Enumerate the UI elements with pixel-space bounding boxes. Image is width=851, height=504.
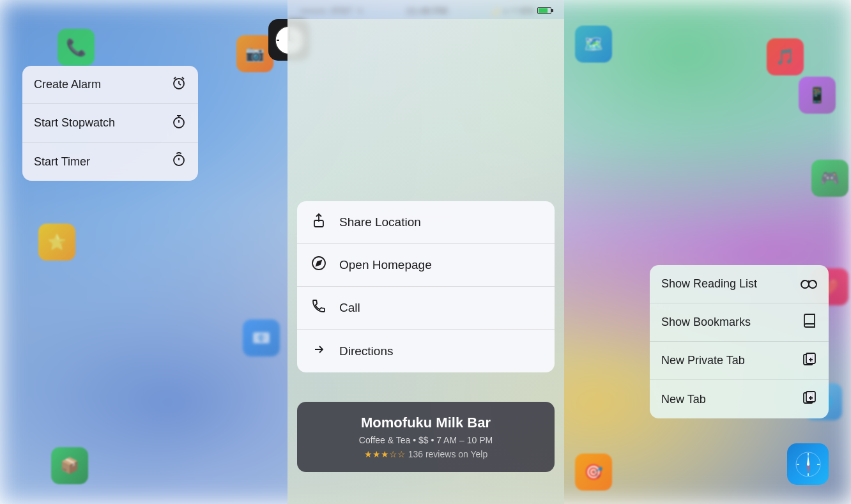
start-timer-item[interactable]: Start Timer (22, 142, 198, 181)
safari-app-icon[interactable] (787, 443, 829, 485)
create-alarm-label: Create Alarm (34, 78, 101, 91)
svg-line-11 (174, 77, 176, 79)
open-homepage-item[interactable]: Open Homepage (297, 244, 555, 287)
show-bookmarks-item[interactable]: Show Bookmarks (650, 303, 829, 342)
svg-marker-35 (807, 455, 809, 464)
stopwatch-icon (171, 114, 187, 133)
alarm-icon (171, 75, 187, 95)
timer-icon (171, 152, 187, 171)
call-label: Call (339, 301, 360, 315)
bg-app-8: 📦 (51, 447, 88, 484)
svg-marker-36 (807, 464, 809, 474)
start-stopwatch-item[interactable]: Start Stopwatch (22, 104, 198, 142)
phone-icon (310, 298, 328, 317)
open-homepage-label: Open Homepage (339, 258, 432, 272)
new-tab-icon (802, 390, 817, 409)
svg-marker-21 (316, 261, 321, 266)
review-count: 136 reviews on Yelp (408, 449, 488, 459)
battery-icon (537, 7, 551, 14)
glasses-icon (801, 276, 817, 293)
bg-app-13: 🎮 (811, 160, 848, 197)
business-details: Coffee & Tea • $$ • 7 AM – 10 PM (310, 435, 542, 445)
bg-app-10: 📧 (243, 319, 280, 356)
call-item[interactable]: Call (297, 287, 555, 330)
private-tab-icon (802, 351, 817, 370)
safari-icon-svg (795, 451, 822, 478)
show-reading-list-item[interactable]: Show Reading List (650, 265, 829, 303)
directions-item[interactable]: Directions (297, 330, 555, 372)
bg-app-6: ⭐ (38, 224, 75, 261)
stars: ★★★☆☆ (364, 449, 406, 459)
business-name: Momofuku Milk Bar (310, 415, 542, 431)
share-location-item[interactable]: Share Location (297, 201, 555, 244)
create-alarm-item[interactable]: Create Alarm (22, 66, 198, 104)
share-icon (310, 213, 328, 232)
new-tab-label: New Tab (661, 393, 706, 406)
directions-icon (310, 342, 328, 361)
show-reading-list-label: Show Reading List (661, 277, 757, 291)
svg-point-41 (807, 463, 809, 466)
clock-context-menu: Create Alarm Start Stopwatch (22, 66, 198, 181)
maps-context-menu: Share Location Open Homepage Call (297, 201, 555, 372)
start-stopwatch-label: Start Stopwatch (34, 116, 115, 130)
start-timer-label: Start Timer (34, 155, 90, 169)
svg-line-12 (182, 77, 184, 79)
new-private-tab-item[interactable]: New Private Tab (650, 342, 829, 380)
show-bookmarks-label: Show Bookmarks (661, 316, 751, 329)
clock-app-panel: Create Alarm Start Stopwatch (22, 19, 198, 181)
bg-app-4: 🎵 (767, 38, 804, 75)
book-icon (802, 313, 817, 332)
safari-context-menu: Show Reading List Show Bookmarks (650, 265, 829, 418)
directions-label: Directions (339, 344, 393, 358)
new-tab-item[interactable]: New Tab (650, 380, 829, 418)
maps-panel: ●●●●● AT&T ∿ 11:49 PM 🌙 ▲ ✴ 62% (288, 0, 564, 504)
bg-app-9: 🎯 (575, 454, 612, 491)
safari-panel: Show Reading List Show Bookmarks (650, 265, 829, 418)
bg-app-7: 📱 (799, 77, 836, 114)
share-location-label: Share Location (339, 215, 421, 229)
svg-line-10 (179, 84, 181, 85)
compass-icon (310, 256, 328, 275)
business-rating: ★★★☆☆ 136 reviews on Yelp (310, 449, 542, 459)
business-card[interactable]: Momofuku Milk Bar Coffee & Tea • $$ • 7 … (297, 402, 555, 472)
bg-app-3: 🗺️ (575, 26, 612, 63)
new-private-tab-label: New Private Tab (661, 354, 745, 367)
